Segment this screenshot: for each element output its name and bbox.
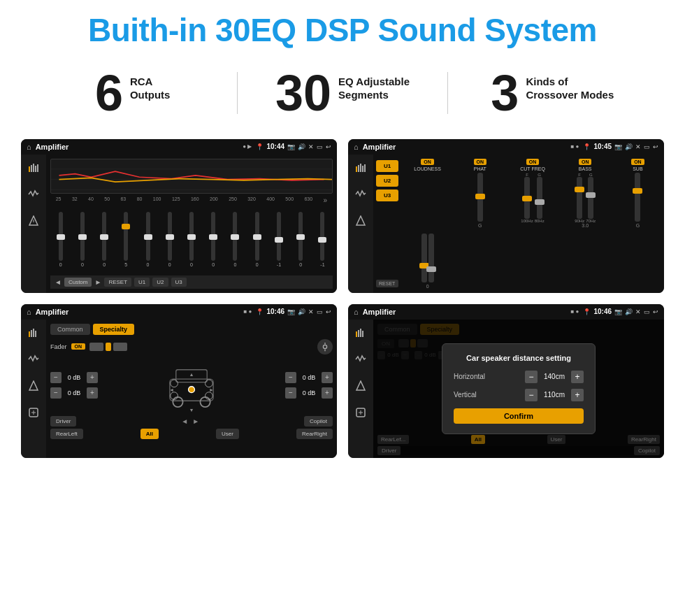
dialog-sidebar-icon-4[interactable] — [353, 405, 368, 420]
dialog-vertical-value: 110cm — [540, 391, 568, 399]
dialog-sidebar-icon-3[interactable] — [353, 378, 368, 394]
fader-next-icon[interactable]: ► — [191, 416, 201, 427]
svg-rect-10 — [356, 166, 357, 172]
sub-on-badge[interactable]: ON — [631, 159, 644, 165]
cutfreq-g-col: G 80Hz — [535, 173, 545, 223]
cutfreq-slider-g[interactable] — [537, 177, 542, 219]
phat-on-badge[interactable]: ON — [474, 159, 487, 165]
bass-slider-f[interactable] — [577, 177, 582, 219]
slider-track-3[interactable] — [102, 212, 106, 261]
slider-track-5[interactable] — [146, 212, 150, 261]
fader-settings-icon[interactable] — [317, 339, 333, 354]
slider-track-6[interactable] — [168, 212, 172, 261]
bass-g-col: G 70Hz — [586, 173, 596, 223]
phat-slider[interactable] — [477, 173, 483, 222]
stat-text-rca: RCA Outputs — [130, 68, 171, 102]
fader-rearleft-button[interactable]: RearLeft — [50, 429, 83, 439]
eq-u2-button[interactable]: U2 — [152, 278, 168, 287]
slider-col-8: 0 — [203, 212, 224, 267]
bass-slider-g[interactable] — [588, 177, 593, 219]
dialog-vertical-plus[interactable]: + — [571, 389, 584, 401]
eq-reset-button[interactable]: RESET — [104, 278, 131, 287]
slider-track-13[interactable] — [320, 212, 324, 261]
db-controls-left: − 0 dB + − 0 dB + — [50, 372, 98, 399]
dialog-bottom-btns: Driver Copilot — [377, 446, 660, 455]
slider-track-11[interactable] — [277, 212, 281, 261]
stat-number-rca: 6 — [95, 68, 123, 118]
dialog-sidebar-icon-1[interactable] — [353, 325, 368, 341]
fader-icon-rect: ▭ — [317, 308, 323, 315]
location-icon: 📍 — [256, 143, 264, 150]
fader-sidebar-icon-4[interactable] — [26, 405, 41, 420]
db-minus-1[interactable]: − — [50, 372, 62, 383]
car-diagram-svg: ▲ ▼ ◄ ► — [160, 357, 223, 413]
bass-on-badge[interactable]: ON — [579, 159, 592, 165]
preset-u3-button[interactable]: U3 — [376, 189, 398, 201]
crossover-sidebar-icon-3[interactable] — [353, 213, 368, 229]
cutfreq-on-badge[interactable]: ON — [526, 159, 540, 165]
eq-play-button[interactable]: ► — [94, 278, 101, 286]
dialog-vertical-minus[interactable]: − — [525, 389, 538, 401]
slider-track-1[interactable] — [59, 212, 63, 261]
fader-sidebar-icon-1[interactable] — [26, 325, 41, 341]
fader-status-bar: ⌂ Amplifier ■ ● 📍 10:46 📷 🔊 ✕ ▭ ↩ — [21, 304, 337, 320]
loudness-slider-2[interactable] — [428, 234, 434, 282]
fader-rearright-button[interactable]: RearRight — [296, 429, 333, 439]
slider-track-12[interactable] — [298, 212, 303, 261]
eq-u3-button[interactable]: U3 — [171, 278, 187, 287]
db-minus-4[interactable]: − — [285, 387, 296, 399]
db-plus-2[interactable]: + — [87, 387, 98, 399]
eq-sidebar-icon-1[interactable] — [26, 160, 41, 176]
fader-sidebar-icon-2[interactable] — [26, 352, 41, 367]
slider-col-11: -1 — [268, 212, 289, 267]
crossover-sidebar-icon-1[interactable] — [353, 160, 368, 176]
preset-u1-button[interactable]: U1 — [376, 160, 398, 172]
db-minus-2[interactable]: − — [50, 387, 62, 399]
crossover-reset-button[interactable]: RESET — [376, 280, 398, 287]
dialog-sidebar-icon-2[interactable] — [353, 352, 368, 367]
preset-u2-button[interactable]: U2 — [376, 175, 398, 187]
eq-custom-button[interactable]: Custom — [64, 278, 92, 287]
cutfreq-slider-f[interactable] — [524, 177, 530, 219]
eq-sliders: 0 0 0 5 0 — [50, 206, 333, 274]
cutfreq-label: CUT FREQ — [520, 166, 545, 171]
fader-copilot-button[interactable]: Copilot — [304, 416, 333, 427]
fader-prev-icon[interactable]: ◄ — [180, 416, 189, 427]
eq-sidebar-icon-2[interactable] — [26, 187, 41, 202]
db-plus-3[interactable]: + — [322, 372, 333, 383]
fader-tab-common[interactable]: Common — [50, 324, 90, 335]
eq-prev-button[interactable]: ◄ — [55, 278, 62, 286]
dialog-bottom-btns-2: RearLef... All User RearRight — [377, 435, 660, 444]
eq-screen-content: 25 32 40 50 63 80 100 125 160 200 250 32… — [21, 155, 337, 293]
loudness-slider-1[interactable] — [421, 234, 427, 282]
crossover-camera-icon: 📷 — [614, 143, 622, 150]
slider-track-8[interactable] — [211, 212, 215, 261]
crossover-sidebar-icon-2[interactable] — [353, 187, 368, 202]
dialog-horizontal-minus[interactable]: − — [525, 371, 538, 383]
slider-track-7[interactable] — [189, 212, 194, 261]
slider-track-10[interactable] — [255, 212, 259, 261]
db-plus-1[interactable]: + — [87, 372, 98, 383]
sub-slider[interactable] — [635, 173, 640, 222]
db-minus-3[interactable]: − — [285, 372, 296, 383]
confirm-button[interactable]: Confirm — [454, 408, 584, 424]
slider-track-4[interactable] — [124, 212, 128, 261]
fader-status-icons: 📍 10:46 📷 🔊 ✕ ▭ ↩ — [256, 308, 331, 315]
eq-graph — [50, 159, 333, 194]
dialog-horizontal-plus[interactable]: + — [571, 371, 584, 383]
loudness-on-badge[interactable]: ON — [421, 159, 434, 165]
slider-track-9[interactable] — [233, 212, 237, 261]
fader-tab-specialty[interactable]: Specialty — [93, 324, 135, 335]
fader-all-button[interactable]: All — [140, 429, 159, 439]
svg-rect-41 — [358, 330, 359, 337]
slider-track-2[interactable] — [80, 212, 85, 261]
dialog-location-icon: 📍 — [583, 308, 591, 315]
eq-u1-button[interactable]: U1 — [134, 278, 150, 287]
eq-sidebar-icon-3[interactable] — [26, 213, 41, 229]
fader-on-badge[interactable]: ON — [71, 343, 86, 350]
fader-user-button[interactable]: User — [216, 429, 239, 439]
fader-sidebar-icon-3[interactable] — [26, 378, 41, 394]
dialog-icon-back: ↩ — [653, 308, 658, 315]
fader-driver-button[interactable]: Driver — [50, 416, 76, 427]
db-plus-4[interactable]: + — [322, 387, 333, 399]
